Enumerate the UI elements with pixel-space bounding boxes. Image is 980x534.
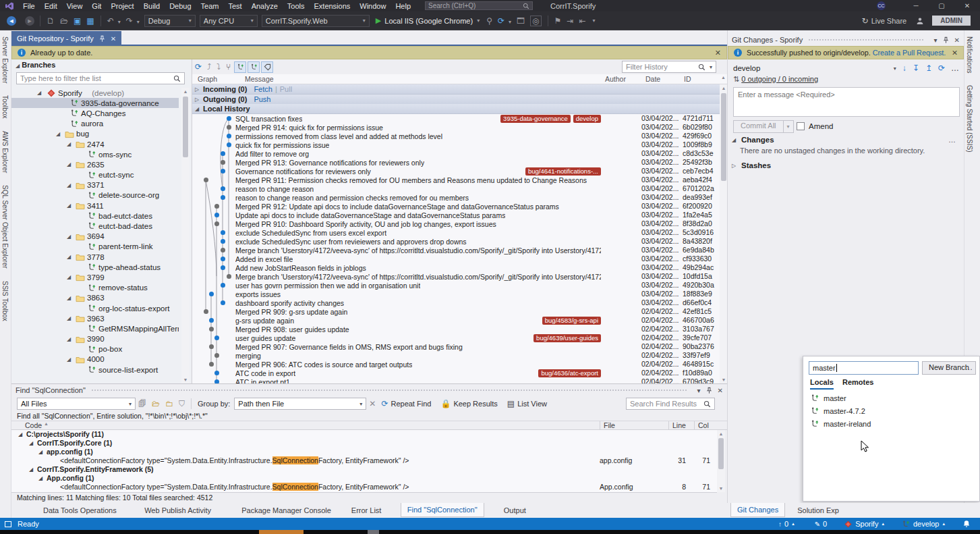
toolbar-overflow-icon[interactable]: ▾	[592, 18, 595, 24]
branch-tag[interactable]: develop	[573, 115, 601, 123]
git-repository-tab[interactable]: Git Repository - Sporify ✕	[11, 31, 121, 46]
bookmark-icon[interactable]: ⚑	[554, 16, 562, 26]
expander-icon[interactable]: ◢	[67, 161, 74, 167]
redo-icon[interactable]: ↷▾	[126, 16, 140, 26]
commit-row[interactable]: Merged PR 912: Update api docs to includ…	[192, 202, 720, 211]
menu-edit[interactable]: Edit	[40, 1, 62, 11]
branch-tree-item[interactable]: oms-sync	[11, 149, 179, 159]
current-branch-dropdown[interactable]: develop	[733, 64, 760, 72]
commit-row[interactable]: Merged PR 910: Dashboard Sporify activit…	[192, 219, 720, 228]
compare-commits-icon[interactable]: ⑂	[226, 62, 231, 72]
push-commits-button[interactable]: ↑ 0▴	[776, 520, 795, 528]
save-icon[interactable]: ▣	[74, 16, 81, 26]
quick-search-box[interactable]: Search (Ctrl+Q)	[425, 1, 533, 10]
expander-icon[interactable]: ◢	[37, 90, 44, 96]
sync-icon[interactable]: ⟳	[938, 63, 945, 73]
find-result-row[interactable]: <defaultConnectionFactory type="System.D…	[11, 483, 717, 491]
branch-tree-item[interactable]: ◢2635	[11, 159, 179, 169]
start-debugging-button[interactable]: ▶ Local IIS (Google Chrome)▾	[376, 16, 480, 25]
tab-remotes[interactable]: Remotes	[842, 378, 873, 388]
expander-icon[interactable]: ◢	[67, 234, 74, 240]
refresh-history-icon[interactable]: ⟳	[195, 62, 202, 72]
branch-tree-item[interactable]: source-list-export	[11, 365, 179, 375]
push-icon[interactable]: ↥	[925, 63, 932, 73]
expander-icon[interactable]: ◢	[38, 475, 45, 481]
stop-find-icon[interactable]: ✕	[369, 399, 376, 408]
more-actions-icon[interactable]: …	[951, 63, 959, 73]
commit-row[interactable]: g-srs update againbug/4583/g-srs-api02/0…	[192, 316, 720, 325]
expander-icon[interactable]: ◢	[67, 356, 74, 363]
expander-icon[interactable]: ◢	[18, 431, 25, 437]
commit-message-input[interactable]	[733, 87, 960, 117]
commit-row[interactable]: Merged PR 913: Governance notifications …	[192, 158, 720, 167]
list-view-button[interactable]: List View	[517, 400, 547, 408]
bell-icon[interactable]	[962, 520, 971, 528]
branch-tree-item[interactable]: ◢2474	[11, 139, 179, 149]
pull-link[interactable]: Pull	[280, 85, 292, 93]
feedback-person-icon[interactable]	[916, 17, 924, 25]
expander-icon[interactable]: ◢	[29, 440, 36, 446]
branch-tree-item[interactable]: org-loc-status-export	[11, 303, 179, 313]
browser-link-icon[interactable]: 🗔	[517, 16, 525, 26]
toggle-first-parent-icon[interactable]	[234, 61, 246, 73]
filter-history-input[interactable]: Filter History ▾	[622, 61, 716, 73]
current-branch-button[interactable]: develop▴	[902, 520, 945, 528]
branch-tree-item[interactable]: type-ahead-status	[11, 262, 179, 272]
branch-tree-item[interactable]: ◢Sporify(develop)	[11, 88, 179, 98]
go-child-icon[interactable]: ⤵	[217, 62, 221, 72]
find-in-files-icon[interactable]: ◎	[530, 16, 541, 26]
fetch-link[interactable]: Fetch	[254, 85, 272, 93]
commit-row[interactable]: Merged PR 907: Governance fields in OMS,…	[192, 342, 720, 351]
expander-icon[interactable]: ◢	[67, 141, 74, 147]
branch-tree-item[interactable]: 3935-data-governance	[11, 98, 179, 108]
find-group-row[interactable]: ◢App.config (1)	[11, 474, 717, 483]
bottom-tab-solution-exp[interactable]: Solution Exp	[791, 503, 845, 517]
dismiss-info-icon[interactable]: ✕	[715, 49, 721, 57]
expander-icon[interactable]: ◢	[67, 274, 74, 280]
branch-tree-item[interactable]: ◢3799	[11, 272, 179, 282]
attach-icon[interactable]: ⚲	[486, 16, 492, 26]
commit-row[interactable]: ATC in export pt102/04/202...6709d3c9	[192, 377, 720, 383]
expander-icon[interactable]: ◢	[67, 203, 74, 209]
expander-icon[interactable]: ◢	[67, 295, 74, 301]
create-pull-request-link[interactable]: Create a Pull Request.	[873, 49, 946, 57]
close-panel-icon[interactable]: ✕	[718, 387, 723, 394]
branch-tree-item[interactable]: AQ-Changes	[11, 108, 179, 118]
changes-more-icon[interactable]: …	[948, 136, 956, 144]
commit-row[interactable]: permissions removed from class level and…	[192, 132, 720, 140]
close-tab-icon[interactable]: ✕	[111, 35, 116, 43]
branch-tree-item[interactable]: aurora	[11, 119, 179, 129]
branch-tree-item[interactable]: GetRMSMappingAllTerms	[11, 323, 179, 333]
group-by-dropdown[interactable]: Path then File▾	[234, 398, 366, 410]
bottom-tab-error-list[interactable]: Error List	[345, 503, 388, 517]
admin-button[interactable]: ADMIN	[932, 16, 971, 26]
branch-tag[interactable]: 3935-data-governance	[500, 115, 571, 123]
branch-list-item[interactable]: master	[803, 392, 979, 404]
chevron-down-icon[interactable]: ▾	[697, 387, 701, 394]
clear-filter-icon[interactable]: ⛉	[179, 399, 185, 408]
keep-results-button[interactable]: Keep Results	[453, 400, 497, 408]
commit-row[interactable]: Merged PR 914: quick fix for permissions…	[192, 123, 720, 132]
background-tasks-icon[interactable]	[5, 521, 11, 527]
commit-row[interactable]: merging02/04/202...33f97ef9	[192, 351, 720, 360]
branches-scrollbar[interactable]: ▲ ▼	[181, 88, 190, 383]
bottom-tab-output[interactable]: Output	[498, 503, 532, 517]
tab-locals[interactable]: Locals	[810, 378, 834, 390]
branch-tree-item[interactable]: ◢3694	[11, 232, 179, 242]
bottom-tab-git-changes[interactable]: Git Changes	[730, 503, 785, 517]
fetch-icon[interactable]: ↓	[902, 63, 906, 73]
commit-row[interactable]: Add filter to remove org03/04/202...c8d3…	[192, 149, 720, 158]
menu-extensions[interactable]: Extensions	[309, 1, 355, 11]
amend-checkbox-row[interactable]: Amend	[797, 122, 833, 130]
go-parent-icon[interactable]: ⤴	[207, 62, 211, 72]
pin-icon[interactable]	[98, 35, 106, 43]
toggle-tags-icon[interactable]	[261, 61, 273, 73]
expand-all-icon[interactable]: 🗁	[152, 399, 160, 408]
commit-row[interactable]: exclude ScheduledSync user from revieiew…	[192, 237, 720, 246]
amend-checkbox[interactable]	[797, 122, 805, 130]
solution-configuration-dropdown[interactable]: Debug▾	[144, 15, 196, 27]
commit-row[interactable]: reason to change reason and permission c…	[192, 193, 720, 202]
navigate-forward-icon[interactable]: ►	[25, 16, 34, 26]
pin-icon[interactable]	[705, 387, 713, 394]
menu-tools[interactable]: Tools	[283, 1, 310, 11]
